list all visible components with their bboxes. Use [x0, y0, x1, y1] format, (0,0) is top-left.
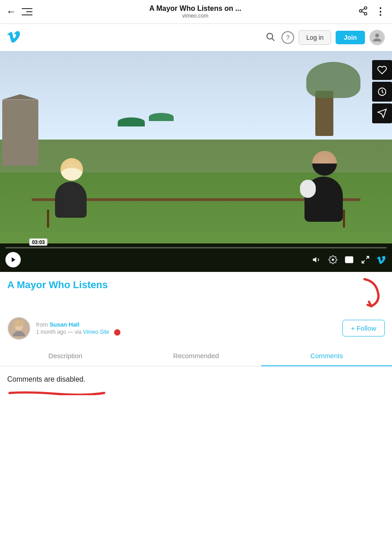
browser-page-title: A Mayor Who Listens on ... — [38, 5, 353, 13]
tab-comments[interactable]: Comments — [261, 346, 392, 366]
more-button[interactable]: ⋮ — [375, 6, 386, 18]
follow-button[interactable]: + Follow — [342, 320, 385, 336]
back-button[interactable]: ← — [6, 6, 16, 18]
video-title-row: A Mayor Who Listens — [7, 279, 385, 310]
svg-marker-8 — [378, 109, 386, 117]
send-button[interactable] — [372, 103, 392, 123]
tab-description[interactable]: Description — [0, 346, 131, 366]
canopy-1 — [118, 117, 145, 126]
svg-marker-9 — [12, 257, 15, 262]
fullscreen-button[interactable] — [360, 255, 370, 265]
svg-rect-13 — [349, 259, 352, 262]
share-button[interactable] — [358, 6, 368, 18]
baby — [300, 180, 316, 198]
svg-point-2 — [364, 12, 367, 14]
progress-bar[interactable] — [5, 247, 387, 248]
like-button[interactable] — [372, 60, 392, 80]
svg-point-0 — [364, 6, 367, 9]
browser-title-block: A Mayor Who Listens on ... vimeo.com — [38, 5, 353, 19]
comments-disabled-message: Comments are disabled. — [7, 375, 385, 383]
watchlater-button[interactable] — [372, 82, 392, 102]
red-dot-annotation — [114, 329, 120, 336]
svg-point-5 — [267, 33, 273, 39]
author-meta: 1 month ago — via Vimeo Site — [36, 329, 337, 336]
svg-point-1 — [360, 9, 362, 12]
filter-icon[interactable] — [22, 7, 32, 16]
login-button[interactable]: Log in — [299, 30, 331, 45]
video-controls: 03:03 — [0, 243, 392, 272]
person-1 — [55, 158, 89, 217]
browser-bar: ← A Mayor Who Listens on ... vimeo.com ⋮ — [0, 0, 392, 24]
pip-button[interactable] — [344, 255, 354, 265]
author-avatar[interactable] — [7, 317, 31, 340]
video-player[interactable]: 03:03 — [0, 51, 392, 272]
tabs-bar: Description Recommended Comments — [0, 346, 392, 366]
side-actions — [372, 60, 392, 123]
user-avatar-button[interactable] — [369, 30, 385, 45]
avatar-image — [8, 318, 30, 339]
bench-leg-1 — [47, 210, 49, 228]
vimeo-brand-icon — [377, 255, 387, 265]
play-button[interactable] — [5, 252, 21, 267]
join-button[interactable]: Join — [336, 31, 365, 44]
controls-row — [5, 252, 387, 267]
via-site-link[interactable]: Vimeo Site — [83, 329, 109, 335]
svg-line-3 — [362, 11, 364, 13]
time-ago: 1 month ago — [36, 329, 66, 335]
author-row: from Susan Hall 1 month ago — via Vimeo … — [7, 317, 385, 340]
author-from-label: from Susan Hall — [36, 321, 337, 328]
vimeo-header: ? Log in Join — [0, 24, 392, 51]
annotation-arrow — [358, 277, 385, 310]
browser-url: vimeo.com — [38, 13, 353, 19]
svg-line-4 — [362, 8, 364, 10]
volume-button[interactable] — [312, 255, 322, 265]
author-info: from Susan Hall 1 month ago — via Vimeo … — [36, 321, 337, 336]
video-title: A Mayor Who Listens — [7, 279, 353, 291]
video-duration: 03:03 — [29, 238, 47, 246]
video-info: A Mayor Who Listens — [0, 272, 392, 346]
canopy-2 — [149, 113, 174, 121]
help-icon: ? — [286, 34, 290, 41]
tab-recommended[interactable]: Recommended — [131, 346, 262, 366]
search-button[interactable] — [263, 30, 277, 46]
person-2 — [304, 151, 345, 223]
svg-rect-19 — [14, 323, 16, 329]
svg-point-11 — [332, 258, 334, 261]
settings-button[interactable] — [328, 255, 338, 265]
vimeo-logo[interactable] — [7, 29, 22, 46]
help-button[interactable]: ? — [281, 31, 294, 44]
comments-section: Comments are disabled. — [0, 366, 392, 404]
building-left — [2, 100, 38, 166]
svg-marker-10 — [313, 257, 317, 262]
author-name[interactable]: Susan Hall — [50, 321, 79, 328]
svg-line-6 — [272, 38, 274, 41]
red-underline-annotation — [7, 391, 106, 395]
browser-actions: ⋮ — [358, 6, 386, 18]
video-thumbnail — [0, 51, 392, 272]
tree-canopy — [306, 62, 360, 98]
